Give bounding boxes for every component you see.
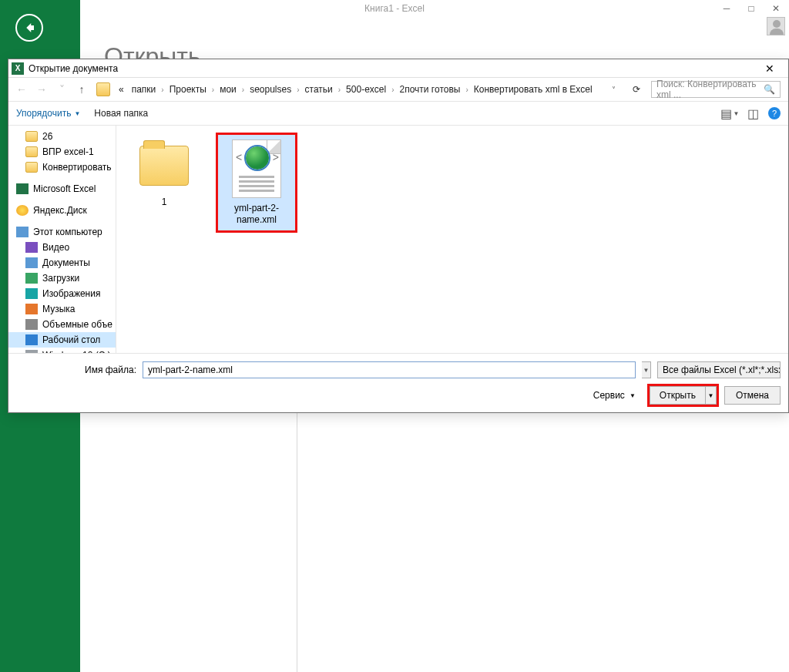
file-pane[interactable]: 1 yml-part-2-name.xml <box>116 126 788 353</box>
user-avatar-icon[interactable] <box>767 17 785 35</box>
back-button[interactable] <box>15 14 43 42</box>
filename-dropdown-icon[interactable]: ▼ <box>642 361 651 378</box>
tree-item[interactable]: Конвертировать <box>8 160 116 175</box>
minimize-icon[interactable]: ─ <box>718 0 735 18</box>
search-icon: 🔍 <box>764 84 775 95</box>
cancel-button[interactable]: Отмена <box>724 386 781 405</box>
crumb[interactable]: Конвертировать xml в Excel <box>472 82 595 96</box>
filename-input[interactable] <box>143 361 636 378</box>
help-icon[interactable]: ? <box>768 107 781 119</box>
dialog-close-button[interactable]: ✕ <box>754 62 785 75</box>
nav-recent-icon[interactable]: ˅ <box>53 83 70 96</box>
filename-label: Имя файла: <box>16 365 136 375</box>
tree-pane: 26 ВПР excel-1 Конвертировать Microsoft … <box>8 126 116 353</box>
crumb[interactable]: seopulses <box>247 82 294 96</box>
excel-titlebar: Книга1 - Excel ─ □ ✕ <box>0 0 789 18</box>
nav-up-icon[interactable]: ↑ <box>73 83 90 96</box>
tools-button[interactable]: Сервис▼ <box>593 390 636 401</box>
tree-item[interactable]: Этот компьютер <box>8 224 116 240</box>
tree-item[interactable]: Загрузки <box>8 270 116 286</box>
dialog-title: Открытие документа <box>29 63 118 74</box>
search-input[interactable]: Поиск: Конвертировать xml ... 🔍 <box>651 81 781 98</box>
open-dropdown-icon[interactable]: ▼ <box>705 387 716 404</box>
xml-file-icon <box>232 139 281 198</box>
tree-item[interactable]: 26 <box>8 129 116 144</box>
crumb[interactable]: Проекты <box>167 82 209 96</box>
tree-item[interactable]: Рабочий стол <box>8 332 116 348</box>
tree-item[interactable]: Windows 10 (C:) <box>8 348 116 353</box>
tree-item[interactable]: ВПР excel-1 <box>8 144 116 160</box>
breadcrumb[interactable]: « папки› Проекты› мои› seopulses› статьи… <box>116 82 595 96</box>
view-options-icon[interactable]: ▤▼ <box>722 106 737 121</box>
tree-item[interactable]: Яндекс.Диск <box>8 203 116 218</box>
refresh-icon[interactable]: ⟳ <box>625 84 648 95</box>
crumb[interactable]: мои <box>217 82 239 96</box>
crumb[interactable]: папки <box>129 82 159 96</box>
close-icon[interactable]: ✕ <box>767 0 784 18</box>
open-button[interactable]: Открыть ▼ <box>650 386 717 405</box>
crumb[interactable]: 2почти готовы <box>397 82 462 96</box>
file-item-folder[interactable]: 1 <box>126 135 203 213</box>
address-dropdown-icon[interactable]: ˅ <box>606 86 622 94</box>
tree-item[interactable]: Microsoft Excel <box>8 181 116 197</box>
nav-forward-icon[interactable]: → <box>33 83 50 96</box>
tree-item[interactable]: Документы <box>8 255 116 270</box>
address-folder-icon[interactable] <box>96 82 110 96</box>
crumb[interactable]: 500-excel <box>344 82 388 96</box>
restore-icon[interactable]: □ <box>743 0 760 18</box>
new-folder-button[interactable]: Новая папка <box>94 108 148 119</box>
tree-item[interactable]: Изображения <box>8 286 116 301</box>
excel-title: Книга1 - Excel <box>364 3 425 14</box>
preview-pane-icon[interactable]: ◫ <box>745 106 760 121</box>
filetype-select[interactable]: Все файлы Excel (*.xl*;*.xlsx;*.x▽ <box>657 361 781 378</box>
excel-app-icon: X <box>12 62 24 75</box>
nav-back-icon[interactable]: ← <box>13 83 30 96</box>
organize-button[interactable]: Упорядочить▼ <box>16 108 80 119</box>
file-open-dialog: X Открытие документа ✕ ← → ˅ ↑ « папки› … <box>8 59 789 413</box>
crumb[interactable]: статьи <box>303 82 335 96</box>
tree-item[interactable]: Объемные объе <box>8 317 116 332</box>
folder-icon <box>139 146 189 186</box>
tree-item[interactable]: Видео <box>8 240 116 255</box>
tree-item[interactable]: Музыка <box>8 301 116 317</box>
file-item-xml[interactable]: yml-part-2-name.xml <box>218 135 295 230</box>
